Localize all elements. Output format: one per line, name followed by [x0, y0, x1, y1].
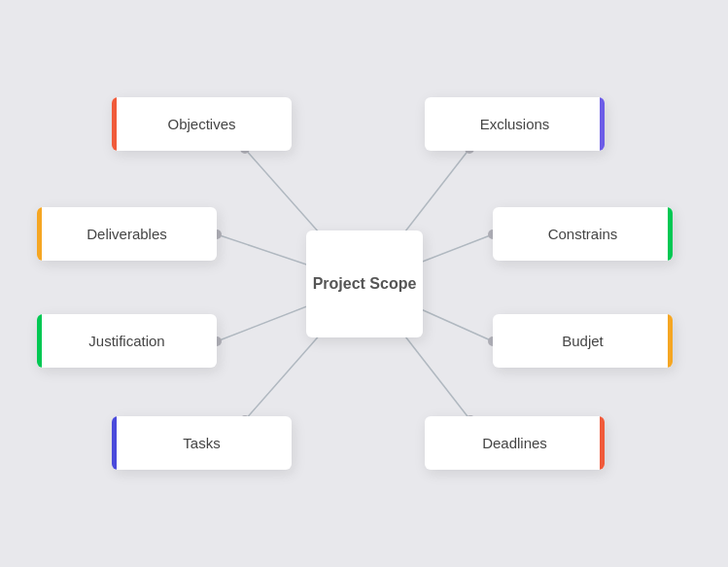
center-node: Project Scope: [306, 230, 423, 337]
deadlines-label: Deadlines: [482, 433, 547, 453]
objectives-accent: [112, 97, 117, 151]
justification-node: Justification: [37, 314, 217, 368]
exclusions-label: Exclusions: [480, 114, 550, 134]
diagram-container: Project Scope Objectives Exclusions Deli…: [0, 0, 728, 567]
deadlines-node: Deadlines: [425, 416, 605, 470]
tasks-label: Tasks: [183, 433, 220, 453]
constrains-node: Constrains: [493, 207, 673, 261]
budjet-accent: [668, 314, 673, 368]
budjet-label: Budjet: [562, 331, 604, 351]
deliverables-node: Deliverables: [37, 207, 217, 261]
budjet-node: Budjet: [493, 314, 673, 368]
deliverables-accent: [37, 207, 42, 261]
justification-label: Justification: [88, 331, 164, 351]
constrains-accent: [668, 207, 673, 261]
exclusions-node: Exclusions: [425, 97, 605, 151]
objectives-label: Objectives: [167, 114, 235, 134]
tasks-node: Tasks: [112, 416, 292, 470]
justification-accent: [37, 314, 42, 368]
objectives-node: Objectives: [112, 97, 292, 151]
tasks-accent: [112, 416, 117, 470]
exclusions-accent: [600, 97, 605, 151]
deliverables-label: Deliverables: [87, 224, 167, 244]
center-label: Project Scope: [313, 273, 417, 295]
constrains-label: Constrains: [548, 224, 618, 244]
deadlines-accent: [600, 416, 605, 470]
